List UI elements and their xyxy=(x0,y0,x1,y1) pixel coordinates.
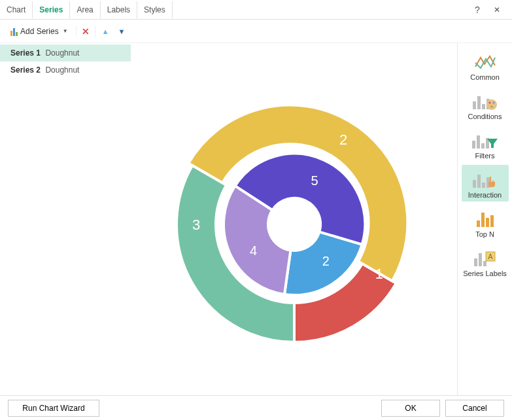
close-button[interactable]: ✕ xyxy=(491,5,503,14)
inner-label-5: 5 xyxy=(311,173,318,188)
run-wizard-button[interactable]: Run Chart Wizard xyxy=(8,400,99,417)
tab-styles[interactable]: Styles xyxy=(137,1,173,18)
tab-chart[interactable]: Chart xyxy=(4,1,33,18)
side-item-interaction[interactable]: Interaction xyxy=(462,165,509,201)
side-label: Series Labels xyxy=(462,270,509,277)
side-item-series-labels[interactable]: A Series Labels xyxy=(462,243,509,280)
side-label: Common xyxy=(462,73,509,81)
svg-point-2 xyxy=(492,102,494,104)
series-name: Series 1 xyxy=(10,48,41,58)
ok-button[interactable]: OK xyxy=(381,400,440,417)
top-n-icon xyxy=(462,208,509,230)
add-series-button[interactable]: Add Series ▼ xyxy=(7,25,72,38)
side-item-filters[interactable]: Filters xyxy=(462,126,509,162)
hand-pointer-icon xyxy=(462,169,509,191)
line-chart-icon xyxy=(462,51,509,73)
cancel-button[interactable]: Cancel xyxy=(445,400,504,417)
series-type: Doughnut xyxy=(45,48,79,58)
add-series-label: Add Series xyxy=(20,27,59,36)
dialog-footer: Run Chart Wizard OK Cancel xyxy=(0,395,512,420)
tab-area[interactable]: Area xyxy=(70,1,100,18)
move-up-button[interactable]: ▲ xyxy=(99,27,112,35)
side-panel: Common Conditions Filters Interaction xyxy=(457,43,512,395)
svg-point-3 xyxy=(490,106,492,108)
series-type: Doughnut xyxy=(45,65,79,75)
series-item-2[interactable]: Series 2 Doughnut xyxy=(0,61,131,79)
series-toolbar: Add Series ▼ ✕ ▲ ▼ xyxy=(0,20,512,43)
side-label: Conditions xyxy=(462,113,509,120)
series-name: Series 2 xyxy=(10,65,41,75)
svg-text:A: A xyxy=(488,253,493,260)
side-label: Interaction xyxy=(462,191,509,199)
tab-bar: Chart Series Area Labels Styles ? ✕ xyxy=(0,0,512,20)
series-list: Series 1 Doughnut Series 2 Doughnut xyxy=(0,43,131,395)
outer-label-2: 2 xyxy=(339,131,347,148)
bar-chart-icon xyxy=(10,27,18,36)
side-item-topn[interactable]: Top N xyxy=(462,204,509,241)
doughnut-chart: 1 2 3 2 5 4 xyxy=(163,94,425,355)
delete-series-button[interactable]: ✕ xyxy=(76,26,95,37)
side-label: Filters xyxy=(462,152,509,160)
funnel-icon xyxy=(462,130,509,152)
series-item-1[interactable]: Series 1 Doughnut xyxy=(0,44,131,61)
tab-series[interactable]: Series xyxy=(33,1,70,18)
tab-labels[interactable]: Labels xyxy=(101,1,137,18)
svg-point-1 xyxy=(488,102,490,104)
labels-icon: A xyxy=(462,247,509,270)
side-item-conditions[interactable]: Conditions xyxy=(462,86,509,123)
outer-label-3: 3 xyxy=(192,217,199,233)
move-down-button[interactable]: ▼ xyxy=(116,27,128,35)
chart-canvas: 1 2 3 2 5 4 xyxy=(131,43,457,395)
inner-label-4: 4 xyxy=(249,243,256,258)
inner-label-2: 2 xyxy=(322,254,329,268)
help-button[interactable]: ? xyxy=(471,5,483,15)
side-item-common[interactable]: Common xyxy=(462,47,509,84)
outer-label-1: 1 xyxy=(375,266,383,282)
side-label: Top N xyxy=(462,230,509,238)
dropdown-caret-icon: ▼ xyxy=(63,28,68,34)
palette-icon xyxy=(462,90,509,113)
svg-point-0 xyxy=(486,99,497,110)
